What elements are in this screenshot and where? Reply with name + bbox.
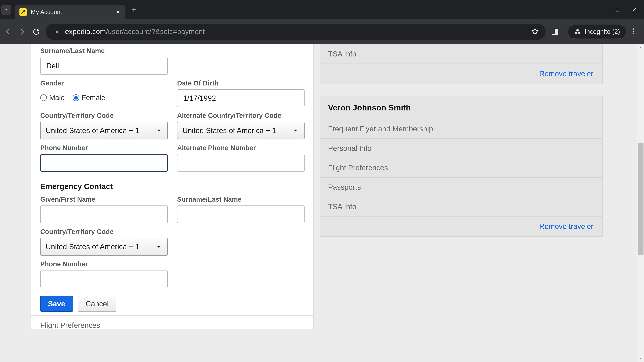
emergency-first-label: Given/First Name	[40, 196, 168, 203]
gender-female-label: Female	[82, 94, 105, 102]
chevron-down-icon	[155, 243, 162, 250]
url-text: expedia.com/user/account/?&selc=payment	[65, 28, 205, 36]
chevron-down-icon	[155, 127, 162, 134]
radio-checked-icon	[72, 94, 79, 101]
vertical-scrollbar[interactable]	[637, 44, 644, 362]
surname-label: Surname/Last Name	[40, 47, 304, 55]
gender-label: Gender	[40, 79, 168, 87]
country-select[interactable]: United States of America + 1	[40, 122, 168, 139]
alt-phone-label: Alternate Phone Number	[177, 144, 304, 152]
surname-input[interactable]	[40, 57, 168, 75]
page-viewport: Surname/Last Name Gender Male Female Dat	[0, 44, 644, 362]
additional-travelers: TSA Info Remove traveler Veron Johnson S…	[320, 44, 603, 249]
emergency-country-select[interactable]: United States of America + 1	[40, 238, 168, 256]
url-path: /user/account/?&selc=payment	[106, 28, 205, 35]
svg-rect-0	[616, 8, 619, 11]
alt-country-label: Alternate Country/Territory Code	[177, 112, 304, 119]
personal-info-form: Surname/Last Name Gender Male Female Dat	[30, 44, 314, 330]
window-controls	[598, 6, 643, 13]
emergency-phone-label: Phone Number	[40, 260, 304, 268]
tabs-dropdown-button[interactable]	[1, 5, 12, 15]
window-minimize-button[interactable]	[598, 6, 604, 13]
chevron-down-icon	[292, 127, 299, 134]
emergency-contact-header: Emergency Contact	[40, 182, 304, 191]
bookmark-star-icon[interactable]	[531, 27, 539, 36]
scroll-up-arrow-icon[interactable]	[637, 44, 644, 51]
new-tab-button[interactable]	[129, 5, 139, 15]
window-maximize-button[interactable]	[614, 6, 621, 13]
phone-input[interactable]	[40, 154, 168, 172]
svg-point-3	[633, 28, 634, 30]
gender-male-radio[interactable]: Male	[40, 94, 64, 102]
alt-phone-input[interactable]	[177, 154, 304, 172]
country-value: United States of America + 1	[46, 126, 139, 135]
scrollbar-thumb[interactable]	[638, 143, 644, 255]
scroll-down-arrow-icon[interactable]	[637, 355, 644, 362]
gender-male-label: Male	[49, 94, 64, 102]
save-button[interactable]: Save	[40, 296, 73, 312]
traveler2-passports-row[interactable]: Passports	[320, 178, 602, 197]
browser-toolbar: expedia.com/user/account/?&selc=payment …	[0, 19, 644, 44]
reload-button[interactable]	[32, 27, 41, 36]
emergency-last-input[interactable]	[177, 205, 304, 223]
traveler2-flight-row[interactable]: Flight Preferences	[320, 158, 602, 178]
svg-point-4	[633, 31, 634, 32]
back-button[interactable]	[3, 27, 13, 36]
svg-rect-2	[555, 29, 558, 34]
incognito-label: Incognito (2)	[585, 28, 620, 35]
emergency-last-label: Surname/Last Name	[177, 196, 304, 203]
emergency-country-label: Country/Territory Code	[40, 228, 304, 236]
cancel-button[interactable]: Cancel	[78, 296, 116, 312]
browser-menu-button[interactable]	[632, 28, 641, 35]
emergency-country-value: United States of America + 1	[46, 243, 139, 251]
traveler1-tsa-row[interactable]: TSA Info	[320, 44, 602, 64]
country-label: Country/Territory Code	[40, 112, 168, 119]
traveler2-tsa-row[interactable]: TSA Info	[320, 197, 602, 217]
traveler2-freq-row[interactable]: Frequent Flyer and Membership	[320, 119, 602, 139]
incognito-indicator[interactable]: Incognito (2)	[568, 25, 626, 39]
address-bar[interactable]: expedia.com/user/account/?&selc=payment	[46, 24, 546, 40]
emergency-first-input[interactable]	[40, 205, 168, 223]
expedia-favicon-icon	[20, 8, 27, 16]
url-host: expedia.com	[65, 28, 106, 35]
tab-title: My Account	[31, 8, 111, 15]
traveler-card-1: TSA Info Remove traveler	[320, 44, 603, 84]
side-panel-icon[interactable]	[550, 27, 560, 36]
gender-female-radio[interactable]: Female	[72, 94, 105, 102]
dob-label: Date Of Birth	[177, 79, 304, 87]
traveler2-personal-row[interactable]: Personal Info	[320, 139, 602, 158]
window-close-button[interactable]	[631, 6, 638, 13]
tab-close-button[interactable]	[116, 9, 121, 15]
browser-tab[interactable]: My Account	[15, 5, 126, 19]
svg-point-5	[633, 33, 634, 34]
alt-country-value: United States of America + 1	[182, 126, 276, 135]
flight-preferences-accordion[interactable]: Flight Preferences	[30, 316, 313, 330]
phone-label: Phone Number	[40, 144, 168, 152]
alt-country-select[interactable]: United States of America + 1	[177, 122, 304, 139]
site-info-icon[interactable]	[52, 28, 60, 36]
traveler-card-2: Veron Johnson Smith Frequent Flyer and M…	[320, 96, 603, 237]
traveler2-remove-link[interactable]: Remove traveler	[539, 222, 593, 230]
forward-button[interactable]	[18, 27, 27, 36]
radio-unchecked-icon	[40, 94, 47, 101]
emergency-phone-input[interactable]	[40, 270, 168, 288]
dob-input[interactable]	[177, 89, 304, 107]
browser-tab-strip: My Account	[0, 0, 644, 19]
traveler2-name: Veron Johnson Smith	[320, 96, 602, 119]
traveler1-remove-link[interactable]: Remove traveler	[539, 69, 593, 78]
